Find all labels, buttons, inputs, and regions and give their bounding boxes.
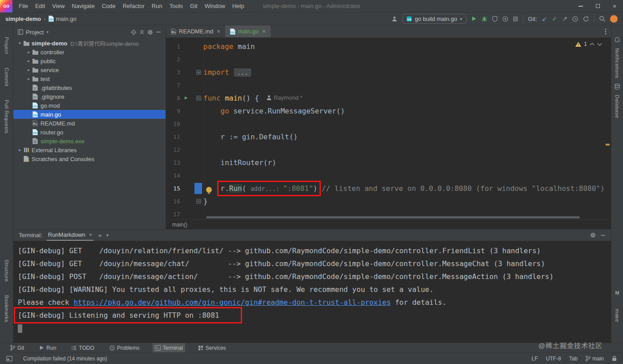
- terminal-tab[interactable]: RunMarkdown ×: [47, 230, 93, 241]
- stripe-commit[interactable]: Commit: [4, 68, 9, 86]
- tool-window-button-run[interactable]: Run: [37, 343, 58, 352]
- tree-item-scratches-and-consoles[interactable]: Scratches and Consoles: [13, 154, 166, 163]
- menu-refactor[interactable]: Refactor: [119, 0, 148, 12]
- code-line-12[interactable]: 12: [166, 143, 611, 156]
- fold-marker-icon[interactable]: −: [196, 199, 201, 204]
- new-session-button[interactable]: +: [98, 231, 102, 239]
- run-button[interactable]: [471, 16, 477, 21]
- terminal-link[interactable]: https://pkg.go.dev/github.com/gin-gonic/…: [73, 298, 391, 307]
- close-button[interactable]: ×: [606, 0, 623, 12]
- code-line-7[interactable]: 7: [166, 79, 611, 92]
- project-panel-title[interactable]: Project: [26, 29, 44, 36]
- locate-file-button[interactable]: [131, 29, 137, 35]
- tool-window-button-terminal[interactable]: Terminal: [153, 343, 185, 352]
- tab-readme-md[interactable]: MREADME.md×: [166, 25, 225, 37]
- code-line-16[interactable]: 16−}: [166, 195, 611, 208]
- push-button[interactable]: ↗: [562, 16, 567, 22]
- profiler-button[interactable]: [502, 16, 508, 22]
- menu-code[interactable]: Code: [98, 0, 119, 12]
- code-line-10[interactable]: 10: [166, 117, 611, 130]
- inspections-widget[interactable]: 1: [575, 41, 602, 47]
- menu-tools[interactable]: Tools: [166, 0, 186, 12]
- code-editor[interactable]: 1package main23+import ...78▶−func main(…: [166, 38, 611, 219]
- collapse-all-button[interactable]: [139, 29, 145, 35]
- close-icon[interactable]: ×: [217, 28, 220, 35]
- commit-button[interactable]: ✓: [552, 16, 558, 22]
- tree-item-gitignore[interactable]: .gitignore: [13, 92, 166, 101]
- stripe-database[interactable]: Database: [615, 95, 620, 118]
- tree-item-test[interactable]: ▸test: [13, 74, 166, 83]
- code-line-1[interactable]: 1package main: [166, 40, 611, 53]
- run-configuration-select[interactable]: GO go build main.go ▾: [402, 14, 466, 24]
- tree-item-router-go[interactable]: GOrouter.go: [13, 128, 166, 137]
- git-branch-indicator[interactable]: main: [586, 356, 604, 362]
- code-line-13[interactable]: 13 initRouter(r): [166, 156, 611, 169]
- prev-issue-icon[interactable]: [590, 43, 595, 46]
- tool-window-button-problems[interactable]: Problems: [107, 343, 142, 352]
- tool-window-button-todo[interactable]: TODO: [69, 343, 96, 352]
- intention-bulb-icon[interactable]: [206, 187, 212, 193]
- tree-item-simple-demo[interactable]: ▾simple-demoD:\青训营代码\simple-demo: [13, 39, 166, 48]
- stripe-structure[interactable]: Structure: [4, 259, 9, 282]
- stripe-project[interactable]: Project: [4, 37, 9, 54]
- menu-navigate[interactable]: Navigate: [68, 0, 98, 12]
- code-line-11[interactable]: 11 r := gin.Default(): [166, 130, 611, 143]
- code-line-3[interactable]: 3+import ...: [166, 66, 611, 79]
- tool-window-switcher-icon[interactable]: [6, 356, 12, 361]
- code-line-8[interactable]: 8▶−func main() {Raymond *: [166, 92, 611, 105]
- chevron-down-icon[interactable]: ▾: [106, 233, 109, 238]
- menu-run[interactable]: Run: [148, 0, 166, 12]
- encoding-indicator[interactable]: UTF-8: [546, 356, 561, 362]
- settings-gear-icon[interactable]: [147, 29, 153, 35]
- code-line-9[interactable]: 9 go service.RunMessageServer(): [166, 105, 611, 117]
- tab-main-go[interactable]: GOmain.go×: [225, 25, 271, 37]
- notifications-icon[interactable]: [615, 37, 620, 43]
- code-line-15[interactable]: 15 r.Run( addr...: ":8081") // listen an…: [166, 182, 611, 195]
- line-ending-indicator[interactable]: LF: [532, 356, 538, 362]
- stripe-bookmarks[interactable]: Bookmarks: [4, 295, 9, 322]
- tree-item-go-mod[interactable]: GOgo.mod: [13, 101, 166, 110]
- tree-item-readme-md[interactable]: MREADME.md: [13, 119, 166, 128]
- menu-edit[interactable]: Edit: [32, 0, 49, 12]
- tree-item-external-libraries[interactable]: ▸External Libraries: [13, 146, 166, 154]
- tree-item-simple-demo-exe[interactable]: simple-demo.exe: [13, 137, 166, 146]
- tree-item-public[interactable]: ▸public: [13, 57, 166, 65]
- history-icon[interactable]: [572, 16, 578, 22]
- menu-window[interactable]: Window: [201, 0, 229, 12]
- chevron-down-icon[interactable]: ▾: [46, 30, 49, 34]
- goland-logo-icon[interactable]: GO: [0, 0, 12, 12]
- indent-indicator[interactable]: Tab: [569, 356, 578, 362]
- next-issue-icon[interactable]: [597, 43, 602, 46]
- hide-terminal-button[interactable]: [600, 233, 606, 238]
- horizontal-scrollbar[interactable]: [206, 216, 580, 218]
- rollback-button[interactable]: [583, 16, 589, 22]
- breadcrumb-project[interactable]: simple-demo: [5, 16, 41, 22]
- avatar[interactable]: [610, 15, 618, 23]
- database-icon[interactable]: [615, 84, 620, 89]
- tree-item-controller[interactable]: ▸controller: [13, 48, 166, 57]
- menu-view[interactable]: View: [49, 0, 68, 12]
- breadcrumb-function[interactable]: main(): [172, 222, 187, 228]
- debug-button[interactable]: [481, 16, 487, 22]
- code-line-14[interactable]: 14: [166, 169, 611, 182]
- user-icon[interactable]: [392, 16, 397, 22]
- close-icon[interactable]: ×: [262, 28, 266, 35]
- fold-marker-icon[interactable]: +: [196, 70, 201, 75]
- error-stripe-mark[interactable]: [606, 144, 610, 146]
- run-line-icon[interactable]: ▶: [185, 95, 188, 100]
- hide-panel-button[interactable]: [156, 29, 161, 35]
- stripe-make[interactable]: make: [615, 309, 620, 322]
- tree-item-main-go[interactable]: GOmain.go: [13, 110, 166, 119]
- search-everywhere-icon[interactable]: [599, 16, 605, 22]
- terminal-settings-icon[interactable]: [590, 232, 596, 238]
- menu-file[interactable]: File: [15, 0, 32, 12]
- tool-window-button-git[interactable]: Git: [8, 343, 26, 352]
- stripe-notifications[interactable]: Notifications: [615, 48, 620, 78]
- update-project-button[interactable]: ↙: [542, 16, 547, 22]
- breadcrumb-file[interactable]: GO main.go: [49, 16, 77, 22]
- tree-item-service[interactable]: ▸service: [13, 65, 166, 74]
- terminal-output[interactable]: [GIN-debug] GET /douyin/relation/friend/…: [13, 241, 611, 343]
- tree-collapsed-icon[interactable]: ▸: [26, 68, 32, 72]
- stripe-pull-requests[interactable]: Pull Requests: [4, 100, 9, 133]
- tree-collapsed-icon[interactable]: ▸: [26, 50, 32, 54]
